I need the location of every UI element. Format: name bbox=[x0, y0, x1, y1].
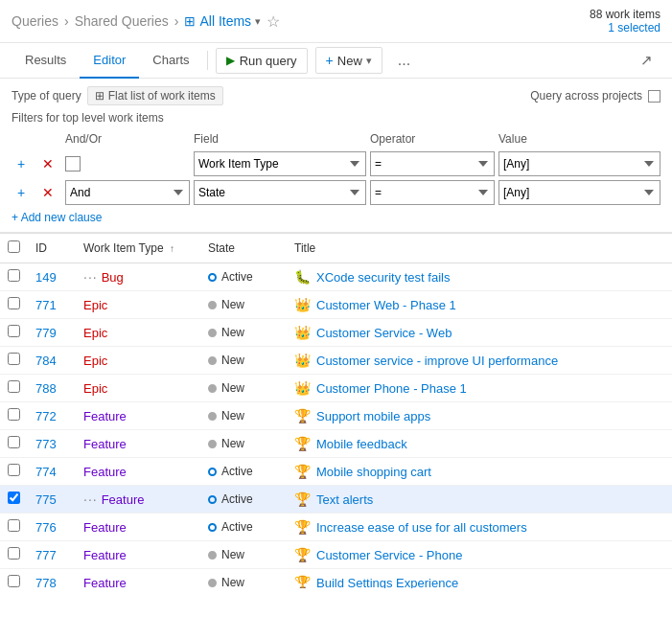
row-title[interactable]: 🏆Build Settings Experience bbox=[287, 569, 672, 589]
scroll-area[interactable]: ID Work Item Type ↑ State Title 149···Bu… bbox=[0, 234, 672, 588]
row-checkbox[interactable] bbox=[8, 464, 20, 476]
filter-value-1[interactable]: [Any] bbox=[498, 151, 660, 176]
table-row[interactable]: 778FeatureNew🏆Build Settings Experience bbox=[0, 569, 672, 589]
row-checkbox[interactable] bbox=[8, 353, 20, 365]
row-checkbox[interactable] bbox=[8, 297, 20, 309]
filter-add-btn-1[interactable]: + bbox=[12, 154, 31, 173]
th-type[interactable]: Work Item Type ↑ bbox=[76, 234, 200, 263]
th-title[interactable]: Title bbox=[287, 234, 672, 263]
title-text[interactable]: Text alerts bbox=[316, 492, 373, 507]
row-type-label[interactable]: Feature bbox=[83, 465, 127, 479]
table-row[interactable]: 776FeatureActive🏆Increase ease of use fo… bbox=[0, 514, 672, 541]
row-type-label[interactable]: Epic bbox=[83, 381, 107, 396]
row-id[interactable]: 149 bbox=[28, 263, 76, 291]
row-checkbox[interactable] bbox=[8, 436, 20, 448]
row-type-label[interactable]: Epic bbox=[83, 326, 107, 340]
title-text[interactable]: Customer Service - Phone bbox=[316, 548, 462, 562]
expand-button[interactable]: ↗ bbox=[633, 47, 660, 74]
breadcrumb-all-items[interactable]: ⊞ All Items ▾ bbox=[184, 13, 261, 29]
table-row[interactable]: 775···FeatureActive🏆Text alerts bbox=[0, 486, 672, 514]
across-projects-checkbox[interactable] bbox=[648, 90, 660, 103]
title-text[interactable]: Customer service - improve UI performanc… bbox=[316, 354, 558, 368]
breadcrumb-queries[interactable]: Queries bbox=[12, 13, 58, 29]
row-checkbox[interactable] bbox=[8, 547, 20, 560]
row-title[interactable]: 🏆Support mobile apps bbox=[287, 402, 672, 430]
row-title[interactable]: 👑Customer Web - Phase 1 bbox=[287, 291, 672, 319]
row-id[interactable]: 772 bbox=[28, 402, 76, 430]
table-row[interactable]: 772FeatureNew🏆Support mobile apps bbox=[0, 402, 672, 430]
row-title[interactable]: 🏆Mobile feedback bbox=[287, 430, 672, 458]
run-query-button[interactable]: ▶ Run query bbox=[216, 48, 308, 74]
breadcrumb-shared-queries[interactable]: Shared Queries bbox=[75, 13, 169, 29]
row-id[interactable]: 777 bbox=[28, 541, 76, 569]
tab-results[interactable]: Results bbox=[12, 43, 80, 79]
row-type-label[interactable]: Feature bbox=[83, 409, 127, 423]
row-checkbox[interactable] bbox=[8, 408, 20, 421]
flat-list-tag[interactable]: ⊞ Flat list of work items bbox=[87, 86, 223, 105]
table-row[interactable]: 788EpicNew👑Customer Phone - Phase 1 bbox=[0, 375, 672, 402]
row-title[interactable]: 🏆Increase ease of use for all customers bbox=[287, 514, 672, 541]
row-checkbox[interactable] bbox=[8, 519, 20, 532]
row-id[interactable]: 773 bbox=[28, 430, 76, 458]
row-type-label[interactable]: Bug bbox=[102, 270, 124, 285]
row-id[interactable]: 784 bbox=[28, 347, 76, 375]
title-text[interactable]: Build Settings Experience bbox=[316, 576, 458, 589]
th-id[interactable]: ID bbox=[28, 234, 76, 263]
row-title[interactable]: 🏆Mobile shopping cart bbox=[287, 458, 672, 486]
title-text[interactable]: Customer Service - Web bbox=[316, 326, 452, 340]
table-row[interactable]: 784EpicNew👑Customer service - improve UI… bbox=[0, 347, 672, 375]
row-type-label[interactable]: Epic bbox=[83, 298, 107, 312]
table-row[interactable]: 149···BugActive🐛XCode security test fail… bbox=[0, 263, 672, 291]
tab-editor[interactable]: Editor bbox=[80, 43, 139, 79]
table-row[interactable]: 774FeatureActive🏆Mobile shopping cart bbox=[0, 458, 672, 486]
tab-charts[interactable]: Charts bbox=[139, 43, 202, 79]
row-id[interactable]: 776 bbox=[28, 514, 76, 541]
row-type-label[interactable]: Feature bbox=[83, 576, 127, 589]
row-type-label[interactable]: Feature bbox=[83, 520, 127, 535]
filter-operator-2[interactable]: = bbox=[370, 180, 495, 205]
row-checkbox[interactable] bbox=[8, 269, 20, 282]
filter-del-btn-1[interactable]: ✕ bbox=[38, 154, 58, 173]
more-button[interactable]: ... bbox=[390, 47, 418, 74]
title-text[interactable]: Increase ease of use for all customers bbox=[316, 520, 527, 535]
row-checkbox[interactable] bbox=[8, 491, 20, 504]
table-row[interactable]: 777FeatureNew🏆Customer Service - Phone bbox=[0, 541, 672, 569]
row-title[interactable]: 👑Customer Phone - Phase 1 bbox=[287, 375, 672, 402]
filter-and-or-2[interactable]: And Or bbox=[65, 180, 190, 205]
filter-value-2[interactable]: [Any] bbox=[498, 180, 660, 205]
title-text[interactable]: Mobile feedback bbox=[316, 437, 407, 451]
filter-operator-1[interactable]: = bbox=[370, 151, 495, 176]
row-title[interactable]: 👑Customer Service - Web bbox=[287, 319, 672, 347]
table-row[interactable]: 773FeatureNew🏆Mobile feedback bbox=[0, 430, 672, 458]
filter-field-1[interactable]: Work Item Type bbox=[194, 151, 366, 176]
filter-field-2[interactable]: State bbox=[194, 180, 366, 205]
row-type-label[interactable]: Feature bbox=[83, 437, 127, 451]
row-checkbox[interactable] bbox=[8, 575, 20, 587]
row-title[interactable]: 👑Customer service - improve UI performan… bbox=[287, 347, 672, 375]
filter-del-btn-2[interactable]: ✕ bbox=[38, 183, 58, 202]
th-state[interactable]: State bbox=[200, 234, 287, 263]
table-row[interactable]: 771EpicNew👑Customer Web - Phase 1 bbox=[0, 291, 672, 319]
row-more-dots[interactable]: ··· bbox=[83, 269, 98, 285]
row-type-label[interactable]: Feature bbox=[83, 548, 127, 562]
title-text[interactable]: Support mobile apps bbox=[316, 409, 430, 423]
row-type-label[interactable]: Epic bbox=[83, 354, 107, 368]
new-button[interactable]: + New ▾ bbox=[315, 47, 382, 74]
row-id[interactable]: 775 bbox=[28, 486, 76, 514]
table-row[interactable]: 779EpicNew👑Customer Service - Web bbox=[0, 319, 672, 347]
title-text[interactable]: Mobile shopping cart bbox=[316, 465, 431, 479]
row-id[interactable]: 779 bbox=[28, 319, 76, 347]
row-id[interactable]: 771 bbox=[28, 291, 76, 319]
title-text[interactable]: Customer Phone - Phase 1 bbox=[316, 381, 467, 396]
row-type-label[interactable]: Feature bbox=[102, 492, 145, 507]
select-all-checkbox[interactable] bbox=[8, 240, 20, 253]
row-title[interactable]: 🏆Customer Service - Phone bbox=[287, 541, 672, 569]
star-icon[interactable]: ☆ bbox=[266, 12, 280, 31]
add-clause-btn[interactable]: + Add new clause bbox=[12, 211, 660, 224]
title-text[interactable]: XCode security test fails bbox=[316, 270, 450, 285]
row-more-dots[interactable]: ··· bbox=[83, 491, 98, 507]
filter-check-1[interactable] bbox=[65, 156, 81, 171]
filter-add-btn-2[interactable]: + bbox=[12, 183, 31, 202]
row-id[interactable]: 774 bbox=[28, 458, 76, 486]
row-id[interactable]: 778 bbox=[28, 569, 76, 589]
